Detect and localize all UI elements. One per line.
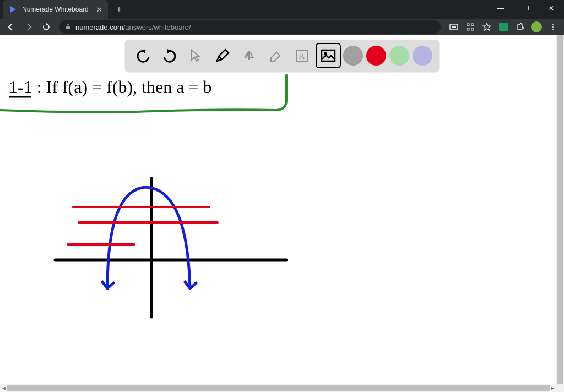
svg-text:A: A	[299, 51, 305, 61]
extension-icon[interactable]	[496, 19, 511, 35]
omnibox[interactable]: numerade.com/answers/whiteboard/	[59, 20, 441, 34]
svg-rect-8	[471, 28, 474, 30]
browser-tab[interactable]: Numerade Whiteboard ✕	[3, 0, 108, 19]
scroll-right-arrow[interactable]: ►	[549, 384, 556, 392]
svg-rect-4	[452, 26, 456, 28]
svg-rect-14	[322, 50, 335, 61]
color-gray-swatch[interactable]	[343, 46, 363, 66]
url-text: numerade.com/answers/whiteboard/	[75, 23, 191, 31]
color-green-swatch[interactable]	[389, 46, 409, 66]
titlebar: Numerade Whiteboard ✕ + — ☐ ✕	[0, 0, 564, 19]
maximize-button[interactable]: ☐	[513, 0, 539, 17]
horizontal-scrollbar-thumb[interactable]	[7, 385, 550, 391]
svg-rect-5	[467, 24, 469, 26]
extensions-puzzle-icon[interactable]	[512, 19, 528, 35]
color-purple-swatch[interactable]	[413, 46, 432, 66]
reload-button[interactable]	[39, 19, 54, 35]
forward-button[interactable]	[21, 19, 36, 35]
definition-text: 1-1 : If f(a) = f(b), then a = b	[9, 77, 212, 97]
parabola-curve	[107, 187, 190, 288]
window-controls: — ☐ ✕	[488, 0, 564, 17]
browser-window: Numerade Whiteboard ✕ + — ☐ ✕ numerade.c…	[0, 0, 564, 392]
url-path: /answers/whiteboard/	[123, 23, 191, 31]
shapes-tool-button[interactable]	[237, 44, 261, 67]
eraser-tool-button[interactable]	[264, 44, 287, 67]
svg-line-11	[219, 56, 222, 59]
pointer-tool-button[interactable]	[185, 44, 208, 67]
svg-point-15	[324, 52, 327, 55]
pen-tool-button[interactable]	[211, 44, 234, 67]
tab-favicon	[9, 5, 18, 14]
svg-rect-7	[467, 28, 469, 30]
color-red-swatch[interactable]	[366, 46, 386, 66]
minimize-button[interactable]: —	[488, 0, 513, 17]
undo-button[interactable]	[132, 44, 155, 67]
image-tool-button[interactable]	[317, 44, 340, 67]
svg-rect-6	[471, 24, 474, 26]
vertical-scrollbar-thumb[interactable]	[557, 35, 563, 384]
whiteboard-canvas[interactable]: 1-1 : If f(a) = f(b), then a = b	[0, 35, 560, 388]
profile-avatar[interactable]	[529, 19, 544, 35]
svg-marker-0	[10, 6, 16, 13]
back-button[interactable]	[3, 19, 19, 35]
horizontal-scrollbar[interactable]: ◄ ►	[0, 384, 556, 392]
whiteboard-toolbar: A	[125, 40, 439, 72]
qr-icon[interactable]	[463, 19, 478, 35]
new-tab-button[interactable]: +	[111, 2, 127, 17]
lock-icon	[65, 24, 71, 31]
page-content: 1-1 : If f(a) = f(b), then a = b	[0, 35, 564, 392]
text-tool-button[interactable]: A	[290, 44, 313, 67]
svg-marker-10	[167, 49, 171, 53]
vertical-scrollbar[interactable]	[556, 35, 564, 384]
close-window-button[interactable]: ✕	[539, 0, 564, 17]
bookmark-star-icon[interactable]	[479, 19, 495, 35]
svg-rect-2	[66, 26, 70, 29]
svg-marker-9	[142, 49, 145, 53]
tab-title: Numerade Whiteboard	[22, 6, 92, 13]
scrollbar-corner	[556, 384, 564, 392]
cast-icon[interactable]	[446, 19, 462, 35]
tab-close-icon[interactable]: ✕	[96, 6, 102, 14]
redo-button[interactable]	[158, 44, 181, 67]
address-bar-icons: ⋮	[446, 19, 561, 35]
menu-button[interactable]: ⋮	[545, 19, 561, 35]
url-host: numerade.com	[75, 23, 123, 31]
address-bar: numerade.com/answers/whiteboard/ ⋮	[0, 19, 564, 35]
